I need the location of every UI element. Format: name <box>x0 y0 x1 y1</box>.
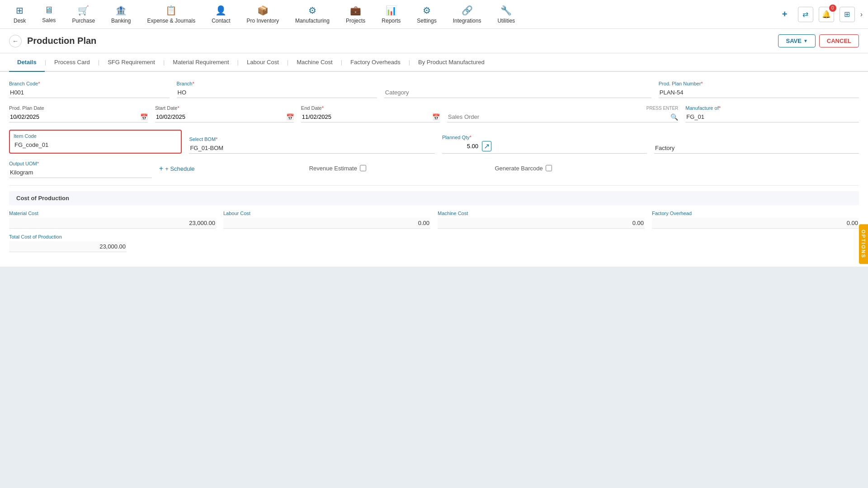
tab-details[interactable]: Details <box>9 53 45 72</box>
category-group: Category <box>384 81 651 98</box>
nav-utilities[interactable]: 🔧 Utilities <box>489 1 523 28</box>
grid-view-button[interactable]: ⊞ <box>840 7 855 22</box>
manufacture-of-group: Manufacture of* <box>685 105 859 122</box>
tab-labour-cost[interactable]: Labour Cost <box>239 53 287 72</box>
utilities-label: Utilities <box>497 18 515 24</box>
expense-icon: 📋 <box>165 5 177 16</box>
nav-integrations[interactable]: 🔗 Integrations <box>445 1 490 28</box>
sales-order-input[interactable] <box>447 112 671 122</box>
nav-projects[interactable]: 💼 Projects <box>338 1 373 28</box>
page-header: ← Production Plan SAVE ▼ CANCEL <box>0 29 868 53</box>
sales-order-search-icon[interactable]: 🔍 <box>670 113 678 121</box>
factory-group: Factory <box>654 136 859 154</box>
save-dropdown-icon: ▼ <box>803 38 808 43</box>
tab-factory-overheads[interactable]: Factory Overheads <box>342 53 409 72</box>
nav-pro-inventory[interactable]: 📦 Pro Inventory <box>239 1 287 28</box>
purchase-label: Purchase <box>72 18 95 24</box>
select-bom-input[interactable] <box>189 143 435 154</box>
planned-qty-external-link-icon[interactable]: ↗ <box>482 141 491 151</box>
prod-plan-date-group: Prod. Plan Date 📅 <box>9 105 148 122</box>
banking-icon: 🏦 <box>115 5 127 16</box>
expand-arrow-icon[interactable]: › <box>860 10 863 19</box>
options-sidebar[interactable]: OPTIONS <box>859 224 868 264</box>
material-cost-label: Material Cost <box>9 211 216 216</box>
generate-barcode-checkbox[interactable] <box>546 165 552 171</box>
nav-expense[interactable]: 📋 Expense & Journals <box>139 1 203 28</box>
pro-inventory-icon: 📦 <box>257 5 269 16</box>
tab-material-requirement[interactable]: Material Requirement <box>165 53 237 72</box>
manufacture-of-input[interactable] <box>685 112 859 122</box>
nav-settings[interactable]: ⚙ Settings <box>409 1 444 28</box>
end-date-label: End Date* <box>301 105 440 111</box>
start-date-input-row: 📅 <box>155 112 294 122</box>
revenue-estimate-container: Revenue Estimate <box>309 165 488 174</box>
switch-view-button[interactable]: ⇄ <box>798 7 813 22</box>
branch-code-group: Branch Code* <box>9 81 170 98</box>
total-cost-row: Total Cost of Production 23,000.00 <box>9 234 859 252</box>
form-divider <box>9 185 859 186</box>
tab-process-card[interactable]: Process Card <box>46 53 98 72</box>
back-icon: ← <box>12 38 19 45</box>
projects-label: Projects <box>346 18 365 24</box>
planned-qty-input-row: ↗ <box>442 141 647 154</box>
prod-plan-date-label: Prod. Plan Date <box>9 105 148 111</box>
start-date-group: Start Date* 📅 <box>155 105 294 122</box>
end-date-group: End Date* 📅 <box>301 105 440 122</box>
settings-label: Settings <box>417 18 436 24</box>
cost-row-1: Material Cost 23,000.00 Labour Cost 0.00… <box>9 211 859 229</box>
nav-reports[interactable]: 📊 Reports <box>373 1 409 28</box>
schedule-link[interactable]: + + Schedule <box>159 164 195 173</box>
notifications-button[interactable]: 🔔 0 <box>819 7 834 22</box>
planned-qty-label: Planned Qty* <box>442 135 647 140</box>
start-date-input[interactable] <box>155 112 286 122</box>
planned-qty-input[interactable] <box>442 143 478 150</box>
tab-sfg-requirement[interactable]: SFG Requirement <box>99 53 163 72</box>
schedule-label: + Schedule <box>165 165 194 172</box>
nav-banking[interactable]: 🏦 Banking <box>103 1 139 28</box>
cost-section-header: Cost of Production <box>9 191 859 205</box>
sales-icon: 🖥 <box>44 5 53 15</box>
back-button[interactable]: ← <box>9 35 22 47</box>
factory-overhead-label: Factory Overhead <box>652 211 859 216</box>
add-button[interactable]: + <box>777 7 793 22</box>
save-button[interactable]: SAVE ▼ <box>778 34 815 47</box>
nav-desk[interactable]: ⊞ Desk <box>5 1 34 28</box>
tab-machine-cost[interactable]: Machine Cost <box>288 53 340 72</box>
end-date-calendar-icon[interactable]: 📅 <box>432 113 440 121</box>
select-bom-label: Select BOM* <box>189 136 435 142</box>
tab-by-product[interactable]: By Product Manufactured <box>410 53 493 72</box>
machine-cost-group: Machine Cost 0.00 <box>438 211 645 229</box>
item-code-input[interactable] <box>14 140 177 150</box>
output-uom-label: Output UOM* <box>9 161 152 166</box>
top-nav: ⊞ Desk 🖥 Sales 🛒 Purchase 🏦 Banking 📋 Ex… <box>0 0 868 29</box>
branch-group: Branch* <box>177 81 377 98</box>
start-date-calendar-icon[interactable]: 📅 <box>286 113 294 121</box>
sales-order-input-row: 🔍 <box>447 112 679 122</box>
settings-icon: ⚙ <box>423 5 431 16</box>
total-cost-value: 23,000.00 <box>9 241 127 252</box>
branch-input[interactable] <box>177 87 377 98</box>
material-cost-value: 23,000.00 <box>9 218 216 229</box>
end-date-input-row: 📅 <box>301 112 440 122</box>
form-row-2: Prod. Plan Date 📅 Start Date* 📅 End <box>9 105 859 122</box>
prod-plan-date-input[interactable] <box>9 112 140 122</box>
output-uom-input[interactable] <box>9 167 152 178</box>
factory-input[interactable] <box>654 143 859 154</box>
cancel-button[interactable]: CANCEL <box>819 34 859 47</box>
desk-icon: ⊞ <box>16 5 24 16</box>
desk-label: Desk <box>14 18 26 24</box>
switch-view-icon: ⇄ <box>802 10 808 19</box>
nav-purchase[interactable]: 🛒 Purchase <box>64 1 103 28</box>
revenue-estimate-checkbox[interactable] <box>360 165 366 171</box>
nav-manufacturing[interactable]: ⚙ Manufacturing <box>287 1 338 28</box>
prod-plan-number-group: Prod. Plan Number* <box>659 81 859 98</box>
nav-contact[interactable]: 👤 Contact <box>203 1 238 28</box>
labour-cost-value: 0.00 <box>223 218 430 229</box>
press-enter-note: PRESS ENTER <box>447 106 679 111</box>
prod-plan-date-calendar-icon[interactable]: 📅 <box>140 113 148 121</box>
end-date-input[interactable] <box>301 112 432 122</box>
nav-sales[interactable]: 🖥 Sales <box>34 1 64 27</box>
category-input[interactable] <box>384 87 651 98</box>
branch-code-input[interactable] <box>9 87 170 98</box>
prod-plan-number-input[interactable] <box>659 87 859 98</box>
